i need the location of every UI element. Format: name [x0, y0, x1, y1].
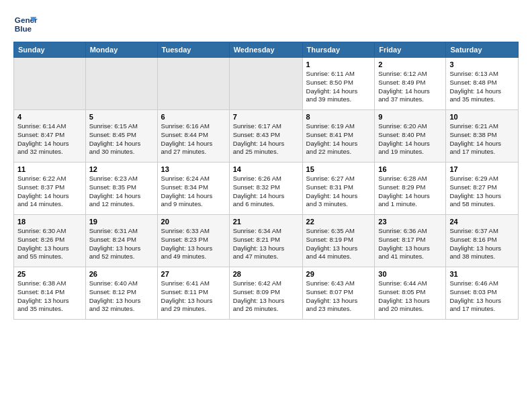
- day-info: Sunrise: 6:26 AM Sunset: 8:32 PM Dayligh…: [233, 175, 299, 209]
- day-number: 29: [306, 270, 371, 278]
- day-info: Sunrise: 6:27 AM Sunset: 8:31 PM Dayligh…: [306, 175, 371, 209]
- day-info: Sunrise: 6:31 AM Sunset: 8:24 PM Dayligh…: [89, 227, 154, 261]
- day-cell: 21Sunrise: 6:34 AM Sunset: 8:21 PM Dayli…: [229, 215, 302, 267]
- day-number: 27: [161, 270, 226, 278]
- day-number: 5: [89, 113, 154, 121]
- day-cell: 31Sunrise: 6:46 AM Sunset: 8:03 PM Dayli…: [446, 267, 519, 320]
- day-cell: 3Sunrise: 6:13 AM Sunset: 8:48 PM Daylig…: [446, 58, 519, 110]
- col-header-tuesday: Tuesday: [157, 42, 229, 58]
- day-cell: 14Sunrise: 6:26 AM Sunset: 8:32 PM Dayli…: [229, 163, 302, 215]
- day-cell: 24Sunrise: 6:37 AM Sunset: 8:16 PM Dayli…: [446, 215, 519, 267]
- day-info: Sunrise: 6:28 AM Sunset: 8:29 PM Dayligh…: [378, 175, 442, 209]
- day-number: 6: [161, 113, 226, 121]
- day-cell: 2Sunrise: 6:12 AM Sunset: 8:49 PM Daylig…: [375, 58, 446, 110]
- svg-text:Blue: Blue: [15, 24, 32, 33]
- day-cell: 25Sunrise: 6:38 AM Sunset: 8:14 PM Dayli…: [14, 267, 86, 320]
- day-number: 22: [306, 218, 371, 226]
- day-number: 13: [161, 165, 226, 173]
- day-info: Sunrise: 6:42 AM Sunset: 8:09 PM Dayligh…: [233, 279, 299, 314]
- day-number: 30: [378, 270, 442, 278]
- day-number: 14: [233, 165, 299, 173]
- day-cell: 1Sunrise: 6:11 AM Sunset: 8:50 PM Daylig…: [302, 58, 375, 110]
- day-number: 4: [17, 113, 82, 121]
- day-number: 18: [17, 218, 82, 226]
- day-info: Sunrise: 6:23 AM Sunset: 8:35 PM Dayligh…: [89, 175, 154, 209]
- col-header-thursday: Thursday: [302, 42, 375, 58]
- col-header-friday: Friday: [375, 42, 446, 58]
- col-header-saturday: Saturday: [446, 42, 519, 58]
- day-info: Sunrise: 6:13 AM Sunset: 8:48 PM Dayligh…: [449, 70, 515, 104]
- day-cell: 18Sunrise: 6:30 AM Sunset: 8:26 PM Dayli…: [14, 215, 86, 267]
- day-number: 25: [17, 270, 82, 278]
- logo: General Blue: [13, 12, 38, 36]
- day-info: Sunrise: 6:29 AM Sunset: 8:27 PM Dayligh…: [449, 175, 515, 209]
- day-info: Sunrise: 6:22 AM Sunset: 8:37 PM Dayligh…: [17, 175, 82, 209]
- day-cell: 9Sunrise: 6:20 AM Sunset: 8:40 PM Daylig…: [375, 110, 446, 163]
- day-info: Sunrise: 6:11 AM Sunset: 8:50 PM Dayligh…: [306, 70, 371, 104]
- day-cell: 5Sunrise: 6:15 AM Sunset: 8:45 PM Daylig…: [85, 110, 157, 163]
- day-cell: 28Sunrise: 6:42 AM Sunset: 8:09 PM Dayli…: [229, 267, 302, 320]
- day-info: Sunrise: 6:44 AM Sunset: 8:05 PM Dayligh…: [378, 279, 442, 314]
- day-cell: 20Sunrise: 6:33 AM Sunset: 8:23 PM Dayli…: [157, 215, 229, 267]
- day-info: Sunrise: 6:41 AM Sunset: 8:11 PM Dayligh…: [161, 279, 226, 314]
- day-cell: 6Sunrise: 6:16 AM Sunset: 8:44 PM Daylig…: [157, 110, 229, 163]
- header-row: SundayMondayTuesdayWednesdayThursdayFrid…: [14, 42, 519, 58]
- day-cell: 12Sunrise: 6:23 AM Sunset: 8:35 PM Dayli…: [85, 163, 157, 215]
- day-info: Sunrise: 6:21 AM Sunset: 8:38 PM Dayligh…: [449, 122, 515, 156]
- day-info: Sunrise: 6:16 AM Sunset: 8:44 PM Dayligh…: [161, 122, 226, 156]
- day-info: Sunrise: 6:15 AM Sunset: 8:45 PM Dayligh…: [89, 122, 154, 156]
- day-number: 9: [378, 113, 442, 121]
- day-number: 20: [161, 218, 226, 226]
- day-number: 8: [306, 113, 371, 121]
- day-number: 19: [89, 218, 154, 226]
- day-info: Sunrise: 6:37 AM Sunset: 8:16 PM Dayligh…: [449, 227, 515, 261]
- day-cell: 16Sunrise: 6:28 AM Sunset: 8:29 PM Dayli…: [375, 163, 446, 215]
- day-cell: 4Sunrise: 6:14 AM Sunset: 8:47 PM Daylig…: [14, 110, 86, 163]
- day-cell: [14, 58, 86, 110]
- day-number: 11: [17, 165, 82, 173]
- day-info: Sunrise: 6:12 AM Sunset: 8:49 PM Dayligh…: [378, 70, 442, 104]
- day-cell: 29Sunrise: 6:43 AM Sunset: 8:07 PM Dayli…: [302, 267, 375, 320]
- week-row-4: 18Sunrise: 6:30 AM Sunset: 8:26 PM Dayli…: [14, 215, 519, 267]
- day-number: 16: [378, 165, 442, 173]
- day-info: Sunrise: 6:33 AM Sunset: 8:23 PM Dayligh…: [161, 227, 226, 261]
- day-number: 17: [449, 165, 515, 173]
- day-number: 12: [89, 165, 154, 173]
- week-row-1: 1Sunrise: 6:11 AM Sunset: 8:50 PM Daylig…: [14, 58, 519, 110]
- day-number: 7: [233, 113, 299, 121]
- day-cell: 22Sunrise: 6:35 AM Sunset: 8:19 PM Dayli…: [302, 215, 375, 267]
- day-info: Sunrise: 6:38 AM Sunset: 8:14 PM Dayligh…: [17, 279, 82, 314]
- col-header-monday: Monday: [85, 42, 157, 58]
- col-header-wednesday: Wednesday: [229, 42, 302, 58]
- day-cell: 7Sunrise: 6:17 AM Sunset: 8:43 PM Daylig…: [229, 110, 302, 163]
- day-info: Sunrise: 6:30 AM Sunset: 8:26 PM Dayligh…: [17, 227, 82, 261]
- day-info: Sunrise: 6:46 AM Sunset: 8:03 PM Dayligh…: [449, 279, 515, 314]
- day-info: Sunrise: 6:14 AM Sunset: 8:47 PM Dayligh…: [17, 122, 82, 156]
- day-cell: [85, 58, 157, 110]
- day-cell: 15Sunrise: 6:27 AM Sunset: 8:31 PM Dayli…: [302, 163, 375, 215]
- day-number: 24: [449, 218, 515, 226]
- day-cell: 19Sunrise: 6:31 AM Sunset: 8:24 PM Dayli…: [85, 215, 157, 267]
- day-info: Sunrise: 6:36 AM Sunset: 8:17 PM Dayligh…: [378, 227, 442, 261]
- day-cell: [157, 58, 229, 110]
- day-cell: 30Sunrise: 6:44 AM Sunset: 8:05 PM Dayli…: [375, 267, 446, 320]
- day-cell: 11Sunrise: 6:22 AM Sunset: 8:37 PM Dayli…: [14, 163, 86, 215]
- day-cell: 26Sunrise: 6:40 AM Sunset: 8:12 PM Dayli…: [85, 267, 157, 320]
- day-number: 10: [449, 113, 515, 121]
- day-cell: 23Sunrise: 6:36 AM Sunset: 8:17 PM Dayli…: [375, 215, 446, 267]
- day-info: Sunrise: 6:20 AM Sunset: 8:40 PM Dayligh…: [378, 122, 442, 156]
- day-info: Sunrise: 6:35 AM Sunset: 8:19 PM Dayligh…: [306, 227, 371, 261]
- day-number: 31: [449, 270, 515, 278]
- day-number: 15: [306, 165, 371, 173]
- week-row-5: 25Sunrise: 6:38 AM Sunset: 8:14 PM Dayli…: [14, 267, 519, 320]
- day-info: Sunrise: 6:34 AM Sunset: 8:21 PM Dayligh…: [233, 227, 299, 261]
- day-number: 28: [233, 270, 299, 278]
- day-info: Sunrise: 6:43 AM Sunset: 8:07 PM Dayligh…: [306, 279, 371, 314]
- day-number: 23: [378, 218, 442, 226]
- day-cell: 10Sunrise: 6:21 AM Sunset: 8:38 PM Dayli…: [446, 110, 519, 163]
- page-header: General Blue: [13, 12, 519, 36]
- day-number: 1: [306, 60, 371, 68]
- day-cell: 27Sunrise: 6:41 AM Sunset: 8:11 PM Dayli…: [157, 267, 229, 320]
- day-cell: [229, 58, 302, 110]
- day-cell: 8Sunrise: 6:19 AM Sunset: 8:41 PM Daylig…: [302, 110, 375, 163]
